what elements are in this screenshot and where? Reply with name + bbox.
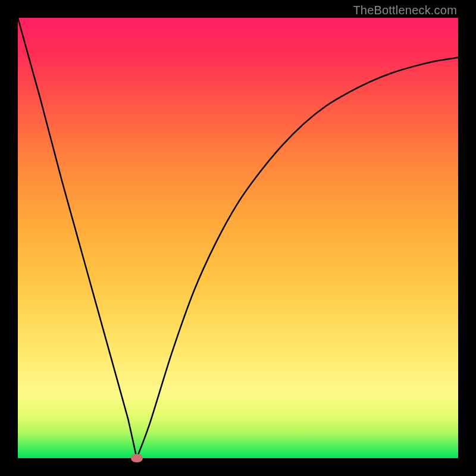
bottleneck-curve	[18, 18, 458, 458]
chart-frame: TheBottleneck.com	[0, 0, 476, 476]
plot-area	[18, 18, 458, 458]
watermark-text: TheBottleneck.com	[353, 4, 457, 17]
curve-svg	[18, 18, 458, 458]
minimum-marker	[131, 454, 143, 462]
